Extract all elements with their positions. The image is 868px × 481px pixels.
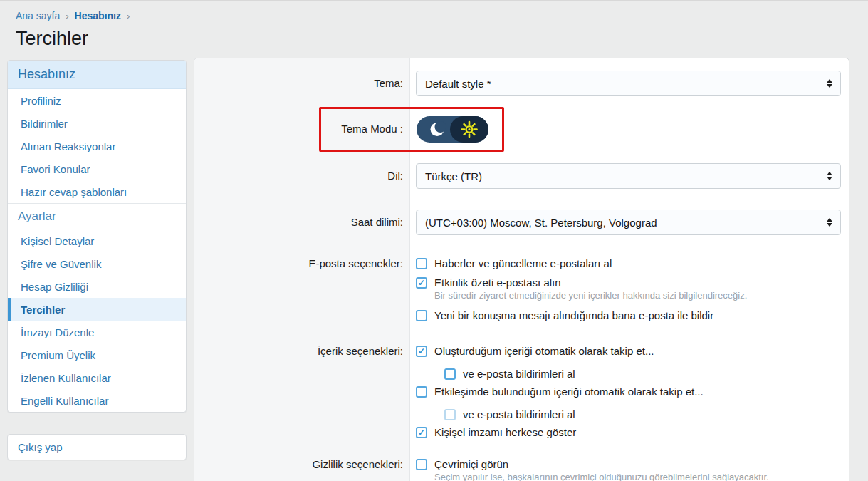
select-arrows-icon — [827, 218, 832, 227]
sidebar-item-imzayi-duzenle[interactable]: İmzayı Düzenle — [8, 321, 186, 343]
sidebar-item-premium-uyelik[interactable]: Premium Üyelik — [8, 343, 186, 366]
sidebar-item-kisisel-detaylar[interactable]: Kişisel Detaylar — [8, 229, 186, 252]
sidebar-item-sifre-ve-guvenlik[interactable]: Şifre ve Güvenlik — [8, 252, 186, 275]
timezone-select[interactable]: (UTC+03:00) Moscow, St. Petersburg, Volg… — [416, 210, 841, 235]
language-select[interactable]: Türkçe (TR) — [416, 163, 841, 189]
email-options-label: E-posta seçenekler: — [194, 257, 403, 270]
timezone-label: Saat dilimi: — [194, 216, 403, 229]
logout-button[interactable]: Çıkış yap — [8, 435, 186, 460]
select-arrows-icon — [827, 79, 832, 88]
sidebar-item-hesap-gizliligi[interactable]: Hesap Gizliliği — [8, 275, 186, 298]
sidebar-item-favori-konular[interactable]: Favori Konular — [8, 157, 186, 180]
page-title: Tercihler — [16, 28, 88, 50]
theme-mode-toggle[interactable] — [417, 116, 488, 143]
checkbox-row-watch-interacted-content[interactable]: Etkileşimde bulunduğum içeriği otomatik … — [416, 386, 704, 398]
checkbox-row-news-emails[interactable]: Haberler ve güncelleme e-postaları al — [416, 258, 612, 269]
checkbox-row-interacted-email-notifications[interactable]: ve e-posta bildirimleri al — [444, 409, 575, 420]
logout-box: Çıkış yap — [7, 434, 187, 460]
activity-summary-hint: Bir süredir ziyaret etmediğinizde yeni i… — [434, 290, 747, 301]
sidebar-item-engelli-kullanicilar[interactable]: Engelli Kullanıcılar — [8, 389, 186, 412]
checkbox-checked[interactable] — [416, 277, 427, 289]
theme-select[interactable]: Default style * — [416, 71, 841, 96]
checkbox-checked[interactable] — [416, 346, 427, 357]
preferences-form: Tema: Default style * Tema Modu : — [194, 58, 849, 481]
account-sidebar: Hesabınız Profiliniz Bildirimler Alınan … — [7, 60, 187, 413]
breadcrumb-home-link[interactable]: Ana sayfa — [16, 10, 60, 21]
theme-select-value: Default style * — [425, 78, 491, 90]
chevron-right-icon: › — [127, 11, 130, 21]
sidebar-item-alinan-reaksiyonlar[interactable]: Alınan Reaksiyonlar — [8, 135, 186, 157]
sidebar-item-profiliniz[interactable]: Profiliniz — [8, 89, 186, 112]
privacy-options-label: Gizlilik seçenekleri: — [194, 458, 403, 471]
sidebar-item-tercihler[interactable]: Tercihler — [8, 298, 186, 321]
checkbox-unchecked[interactable] — [416, 258, 427, 269]
sidebar-section-header-account: Hesabınız — [8, 61, 186, 89]
breadcrumb-account-link[interactable]: Hesabınız — [75, 10, 121, 21]
checkbox-unchecked[interactable] — [416, 310, 427, 321]
checkbox-row-activity-summary[interactable]: Etkinlik özeti e-postası alın — [416, 277, 561, 289]
sidebar-item-izlenen-kullanicilar[interactable]: İzlenen Kullanıcılar — [8, 366, 186, 389]
checkbox-row-show-signature[interactable]: Kişişel imzamı herkese göster — [416, 427, 576, 438]
language-select-value: Türkçe (TR) — [425, 170, 482, 182]
checkbox-row-created-email-notifications[interactable]: ve e-posta bildirimleri al — [444, 368, 575, 380]
checkbox-checked[interactable] — [416, 427, 427, 438]
theme-mode-label: Tema Modu : — [194, 123, 403, 135]
breadcrumb: Ana sayfa › Hesabınız › — [16, 10, 130, 21]
chevron-right-icon: › — [66, 11, 68, 21]
timezone-select-value: (UTC+03:00) Moscow, St. Petersburg, Volg… — [425, 217, 657, 229]
checkbox-disabled[interactable] — [444, 409, 456, 420]
checkbox-unchecked[interactable] — [416, 386, 427, 398]
checkbox-row-conversation-email[interactable]: Yeni bir konuşma mesajı alındığımda bana… — [416, 310, 713, 321]
checkbox-row-show-online[interactable]: Çevrimiçi görün — [416, 459, 508, 470]
checkbox-unchecked[interactable] — [416, 459, 427, 470]
theme-label: Tema: — [194, 77, 403, 90]
checkbox-unchecked[interactable] — [444, 368, 456, 380]
select-arrows-icon — [827, 172, 832, 180]
sidebar-item-bildirimler[interactable]: Bildirimler — [8, 112, 186, 135]
show-online-hint: Seçim yapılır ise, başkalarının çevrimiç… — [434, 472, 769, 481]
checkbox-row-watch-created-content[interactable]: Oluşturduğum içeriği otomatik olarak tak… — [416, 346, 654, 357]
language-label: Dil: — [194, 170, 403, 182]
sidebar-section-header-settings: Ayarlar — [8, 203, 186, 229]
sidebar-item-hazir-cevap-sablonlari[interactable]: Hazır cevap şablonları — [8, 180, 186, 203]
content-options-label: İçerik seçenekleri: — [194, 345, 403, 358]
